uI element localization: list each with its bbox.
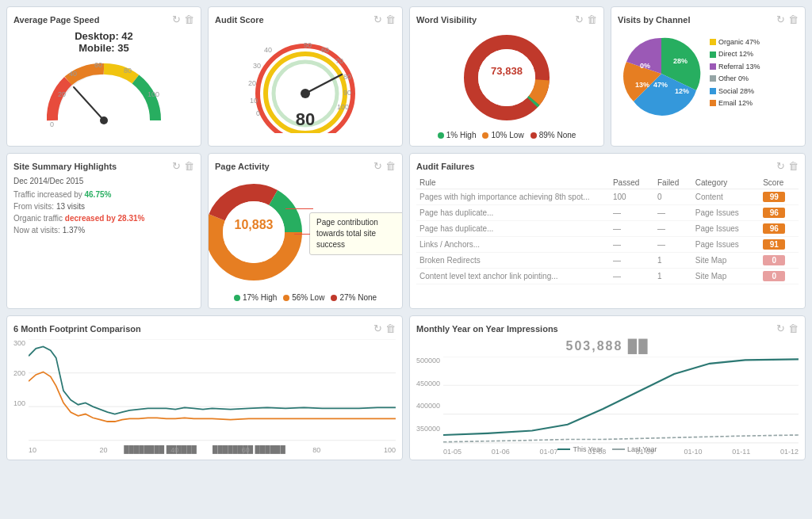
tooltip-connector [285,208,313,209]
svg-point-37 [223,201,285,263]
widget-word-visibility: Word Visibility ↻ 🗑 73,838 [409,6,604,147]
legend-dot-none [530,132,537,139]
score-badge: 96 [763,208,785,218]
x-01-06: 01-06 [492,448,510,456]
widget-title-avg-speed: Average Page Speed [13,15,99,25]
legend-dot-pa-none [331,295,337,301]
legend-dot-pa-high [234,295,240,301]
trash-icon-visits-channel[interactable]: 🗑 [788,13,799,25]
trash-icon-audit-failures[interactable]: 🗑 [788,160,799,172]
legend-color-direct [710,52,716,58]
widget-header-audit-score: Audit Score ↻ 🗑 [215,13,396,25]
score-cell: 0 [760,269,799,284]
trash-icon-page-activity[interactable]: 🗑 [385,160,396,172]
x-label-40: 40 [170,446,178,454]
summary-row-4: Now at visits: 1.37% [13,226,194,235]
refresh-icon-audit-score[interactable]: ↻ [373,13,382,25]
svg-text:100: 100 [337,103,349,111]
x-01-07: 01-07 [539,448,557,456]
trash-icon-avg-speed[interactable]: 🗑 [184,13,194,25]
visits-channel-legend: Organic 47% Direct 12% Referral 13% Othe… [710,30,760,109]
svg-text:100: 100 [147,90,159,98]
widget-header-visits-channel: Visits by Channel ↻ 🗑 [618,13,799,25]
svg-line-0 [74,87,104,120]
svg-text:12%: 12% [675,87,689,95]
y-450k: 450000 [416,380,440,387]
svg-text:90: 90 [343,89,351,97]
legend-row-email: Email 12% [710,97,760,109]
refresh-icon-impressions[interactable]: ↻ [776,322,785,334]
refresh-icon-visits-channel[interactable]: ↻ [776,13,785,25]
footprint-y-axis: 300 200 100 [13,339,29,442]
widget-controls-audit-score: ↻ 🗑 [373,13,396,25]
score-badge: 0 [763,255,785,265]
legend-label-email: Email 12% [718,97,753,109]
svg-text:13%: 13% [635,81,649,89]
x-label-20: 20 [100,446,108,454]
failed-cell: — [654,205,692,221]
audit-failures-table-container[interactable]: Rule Passed Failed Category Score Pages … [416,177,799,284]
table-row: Broken Redirects — 1 Site Map 0 [416,253,799,269]
trash-icon-footprint[interactable]: 🗑 [385,322,396,334]
svg-text:20: 20 [58,90,66,98]
y-500k: 500000 [416,357,440,364]
passed-cell: — [610,269,654,284]
summary-row-3: Organic traffic decreased by 28.31% [13,214,194,223]
widget-title-visits-channel: Visits by Channel [618,15,691,25]
audit-score-gauge: 50 60 70 80 90 100 40 30 20 10 0 80 [215,30,396,130]
impressions-chart-area: 500000 450000 400000 350000 01-05 [416,357,799,444]
table-row: Content level text anchor link pointing.… [416,269,799,284]
mobile-speed: Mobile: 35 [13,42,194,54]
svg-text:70: 70 [335,57,343,65]
x-01-05: 01-05 [443,448,462,456]
trash-icon-audit-score[interactable]: 🗑 [385,13,396,25]
col-failed: Failed [654,177,692,189]
rule-cell: Page has duplicate... [416,221,610,237]
widget-controls-audit-failures: ↻ 🗑 [776,160,799,172]
summary-now-visits: 1.37% [63,226,85,235]
widget-impressions: Monthly Year on Year Impressions ↻ 🗑 503… [409,315,806,460]
legend-dot-high [438,132,444,139]
impressions-x-axis: 01-05 01-06 01-07 01-08 01-09 01-10 01-1… [443,448,799,456]
legend-label-pa-low: 56% Low [292,293,324,302]
refresh-icon-page-activity[interactable]: ↻ [373,160,382,172]
summary-row-1: Traffic increased by 46.75% [13,190,194,199]
col-rule: Rule [416,177,610,189]
refresh-icon-site-summary[interactable]: ↻ [172,160,181,172]
rule-cell: Content level text anchor link pointing.… [416,269,610,284]
widget-controls-footprint: ↻ 🗑 [373,322,396,334]
category-cell: Site Map [692,269,760,284]
trash-icon-word-visibility[interactable]: 🗑 [587,13,597,25]
trash-icon-impressions[interactable]: 🗑 [788,322,799,334]
rule-cell: Pages with high importance achieving 8th… [416,189,610,205]
summary-organic-change: decreased by 28.31% [65,214,145,223]
score-badge: 91 [763,239,785,250]
table-row: Links / Anchors... — — Page Issues 91 [416,237,799,253]
widget-controls-impressions: ↻ 🗑 [776,322,799,334]
legend-dot-low [482,132,488,139]
failed-cell: — [654,221,692,237]
y-350k: 350000 [416,425,440,433]
refresh-icon-word-visibility[interactable]: ↻ [575,13,584,25]
legend-color-email [710,100,716,106]
refresh-icon-avg-speed[interactable]: ↻ [172,13,181,25]
score-badge: 99 [763,192,785,202]
footprint-x-axis: 10 20 40 60 80 100 [29,446,396,454]
word-visibility-legend: 1% High 10% Low 89% None [438,131,576,139]
col-category: Category [692,177,760,189]
refresh-icon-footprint[interactable]: ↻ [373,322,382,334]
svg-text:0: 0 [50,120,54,128]
refresh-icon-audit-failures[interactable]: ↻ [776,160,785,172]
widget-audit-score: Audit Score ↻ 🗑 50 60 70 80 90 100 [208,6,403,147]
legend-pa-none: 27% None [331,293,377,302]
legend-low: 10% Low [482,131,523,139]
widget-title-site-summary: Site Summary Highlights [13,162,117,171]
trash-icon-site-summary[interactable]: 🗑 [184,160,194,172]
svg-text:80: 80 [343,73,351,81]
widget-header-word-visibility: Word Visibility ↻ 🗑 [416,13,597,25]
svg-text:30: 30 [253,62,261,70]
audit-failures-table: Rule Passed Failed Category Score Pages … [416,177,799,284]
svg-text:60: 60 [321,46,329,54]
legend-label-social: Social 28% [718,86,754,97]
footprint-chart: 10 20 40 60 80 100 [29,339,396,442]
